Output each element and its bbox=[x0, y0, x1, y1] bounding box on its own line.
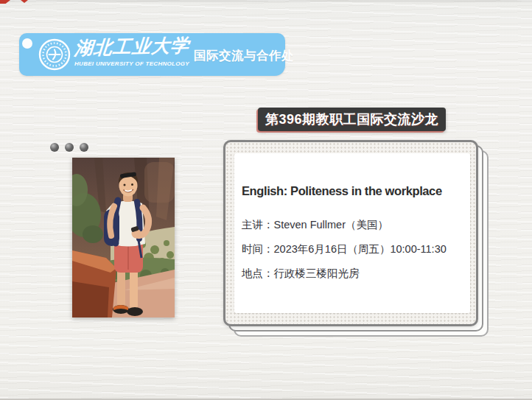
time-row: 时间：2023年6月16日（周五）10:00-11:30 bbox=[242, 242, 447, 256]
corner-accent-icon bbox=[0, 0, 10, 4]
event-badge-label: 第396期教职工国际交流沙龙 bbox=[265, 112, 438, 127]
dot-icon bbox=[80, 143, 88, 152]
speaker-photo bbox=[72, 158, 175, 317]
dot-icon bbox=[50, 143, 59, 152]
speaker-label: 主讲： bbox=[242, 219, 274, 231]
location-row: 地点：行政楼三楼阳光房 bbox=[242, 267, 360, 281]
poster: 湖北工业大学 HUBEI UNIVERSITY OF TECHNOLOGY 国际… bbox=[0, 0, 532, 400]
location-label: 地点： bbox=[242, 267, 274, 279]
corner-accent-icon bbox=[21, 0, 28, 3]
banner-dot-icon bbox=[22, 38, 32, 49]
time-label: 时间： bbox=[242, 243, 274, 255]
speaker-row: 主讲：Steven Fullmer（美国） bbox=[242, 218, 388, 232]
dot-icon bbox=[65, 143, 74, 152]
speaker-value: Steven Fullmer（美国） bbox=[274, 219, 389, 231]
university-name-en: HUBEI UNIVERSITY OF TECHNOLOGY bbox=[74, 60, 181, 68]
decor-dots bbox=[50, 143, 88, 152]
event-card-panel: English: Politeness in the workplace 主讲：… bbox=[234, 153, 470, 313]
university-banner: 湖北工业大学 HUBEI UNIVERSITY OF TECHNOLOGY 国际… bbox=[19, 33, 285, 76]
location-value: 行政楼三楼阳光房 bbox=[274, 267, 360, 279]
event-card: English: Politeness in the workplace 主讲：… bbox=[223, 140, 478, 326]
event-title: English: Politeness in the workplace bbox=[242, 184, 466, 198]
office-name: 国际交流与合作处 bbox=[194, 48, 294, 64]
university-names: 湖北工业大学 HUBEI UNIVERSITY OF TECHNOLOGY bbox=[74, 35, 181, 68]
university-name-cn: 湖北工业大学 bbox=[73, 33, 182, 61]
time-value: 2023年6月16日（周五）10:00-11:30 bbox=[274, 243, 447, 255]
university-logo-icon bbox=[38, 38, 71, 71]
event-badge: 第396期教职工国际交流沙龙 bbox=[258, 108, 446, 131]
